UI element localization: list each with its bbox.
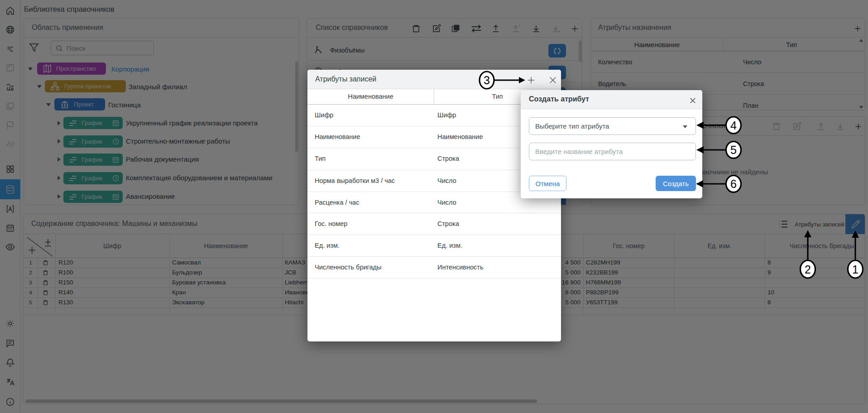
- svg-text:6: 6: [730, 178, 737, 190]
- svg-text:3: 3: [484, 74, 490, 86]
- svg-text:5: 5: [730, 144, 737, 156]
- svg-text:1: 1: [852, 263, 858, 276]
- svg-text:4: 4: [730, 119, 737, 132]
- svg-text:2: 2: [805, 263, 811, 276]
